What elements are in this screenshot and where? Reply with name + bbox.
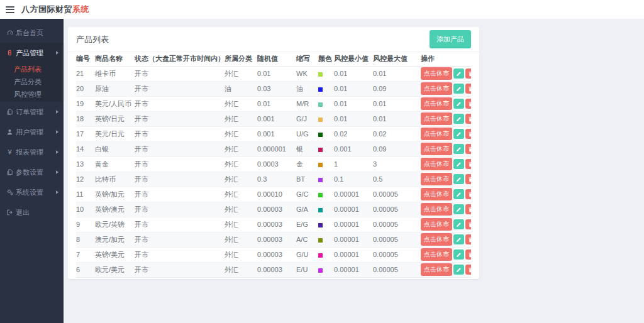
sidebar-subitem-product-list[interactable]: 产品列表 [0,63,64,75]
delete-button[interactable] [465,84,471,94]
cell-abbr: WK [296,66,318,81]
sidebar-item-user-management[interactable]: 用户管理 [0,122,64,142]
cell-status: 开市 [135,81,225,96]
close-market-button[interactable]: 点击休市 [421,128,452,140]
edit-button[interactable] [453,219,464,229]
trash-icon [468,267,471,273]
edit-button[interactable] [453,84,464,94]
column-header: 操作 [421,52,471,66]
edit-button[interactable] [453,129,464,139]
close-market-button[interactable]: 点击休市 [421,203,452,216]
edit-button[interactable] [453,265,464,275]
cell-actions: 点击休市 [421,262,471,277]
cell-id: 12 [76,172,95,187]
close-market-button[interactable]: 点击休市 [421,82,452,95]
close-market-button[interactable]: 点击休市 [421,67,452,80]
edit-button[interactable] [453,189,464,199]
close-market-button[interactable]: 点击休市 [421,218,452,231]
chevron-right-icon [56,170,58,174]
cell-risk-max: 3 [373,156,421,172]
cell-risk-min: 0.02 [334,126,373,141]
close-market-button[interactable]: 点击休市 [421,263,452,276]
close-market-button[interactable]: 点击休市 [421,143,452,155]
table-row: 13 黄金 开市 外汇 0.0003 金 1 3 点击休市 [76,156,471,172]
delete-button[interactable] [465,265,471,275]
cell-risk-max: 0.01 [373,96,421,111]
cell-random-value: 0.000001 [257,141,296,156]
edit-button[interactable] [453,159,464,169]
delete-button[interactable] [465,99,471,109]
delete-button[interactable] [465,114,471,124]
cell-category: 油 [225,81,257,96]
table-row: 9 欧元/英镑 开市 外汇 0.00003 E/G 0.00001 0.0000… [76,217,471,232]
close-market-button[interactable]: 点击休市 [421,248,452,261]
cell-risk-min: 1 [334,156,373,172]
delete-button[interactable] [465,249,471,260]
hamburger-menu-icon[interactable] [6,6,14,13]
gears-icon [6,189,14,196]
edit-button[interactable] [453,249,464,260]
cell-id: 7 [76,247,95,262]
cell-actions: 点击休市 [421,232,471,247]
edit-button[interactable] [453,68,464,79]
cell-color [318,66,334,81]
close-market-button[interactable]: 点击休市 [421,112,452,125]
column-header: 风控最小值 [334,52,373,66]
table-row: 21 维卡币 开市 外汇 0.01 WK 0.01 0.01 点击休市 [76,66,471,81]
cell-actions: 点击休市 [421,156,471,172]
delete-button[interactable] [465,159,471,169]
delete-button[interactable] [465,219,471,229]
column-header: 状态（大盘正常开市时间内） [135,52,225,66]
cell-color [318,156,334,172]
sidebar-item-parameter-settings[interactable]: 参数设置 [0,162,64,182]
sidebar-subitem-product-category[interactable]: 产品分类 [0,75,64,88]
cell-risk-max: 0.09 [373,141,421,156]
sidebar-item-dashboard[interactable]: 后台首页 [0,23,64,43]
edit-button[interactable] [453,99,464,109]
delete-button[interactable] [465,68,471,79]
close-market-button[interactable]: 点击休市 [421,188,452,200]
cell-risk-min: 0.01 [334,81,373,96]
sidebar-item-order-management[interactable]: 订单管理 [0,102,64,122]
delete-button[interactable] [465,144,471,154]
sidebar-item-logout[interactable]: 退出 [0,202,64,222]
color-swatch [318,178,323,182]
cell-risk-min: 0.00001 [334,262,373,277]
cell-risk-max: 0.09 [373,81,421,96]
cell-risk-min: 0.01 [334,96,373,111]
delete-button[interactable] [465,204,471,214]
edit-button[interactable] [453,234,464,244]
signout-icon [6,209,14,216]
close-market-button[interactable]: 点击休市 [421,173,452,185]
cell-id: 10 [76,202,95,217]
brand-accent: 系统 [72,4,89,14]
cell-category: 外汇 [225,187,257,202]
cell-random-value: 0.01 [257,96,296,111]
edit-button[interactable] [453,114,464,124]
sidebar-item-label: 系统设置 [16,188,55,197]
files-icon [6,108,14,116]
delete-button[interactable] [465,189,471,199]
column-header: 风控最大值 [373,52,421,66]
edit-button[interactable] [453,144,464,154]
sidebar-item-product-management[interactable]: 产品管理 [0,43,64,63]
delete-button[interactable] [465,174,471,184]
cell-product-name: 比特币 [95,172,135,187]
add-product-button[interactable]: 添加产品 [430,30,471,48]
close-market-button[interactable]: 点击休市 [421,233,452,246]
delete-button[interactable] [465,234,471,244]
edit-button[interactable] [453,174,464,184]
cell-color [318,141,334,156]
cell-category: 外汇 [225,262,257,277]
cell-abbr: E/U [296,262,318,277]
sidebar-subitem-risk-management[interactable]: 风控管理 [0,88,64,101]
close-market-button[interactable]: 点击休市 [421,158,452,170]
cell-category: 外汇 [225,126,257,141]
edit-button[interactable] [453,204,464,214]
close-market-button[interactable]: 点击休市 [421,97,452,110]
sidebar-item-report-management[interactable]: ¥ 报表管理 [0,142,64,162]
color-swatch [318,163,323,167]
sidebar-item-system-settings[interactable]: 系统设置 [0,182,64,202]
delete-button[interactable] [465,129,471,139]
cell-abbr: U/G [296,126,318,141]
